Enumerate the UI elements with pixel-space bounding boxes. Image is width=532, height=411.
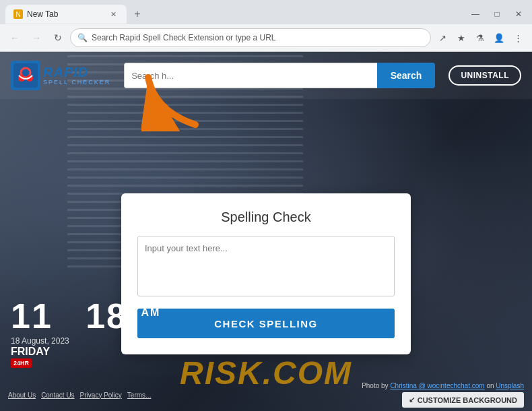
nav-bar: ← → ↻ 🔍 Search Rapid Spell Check Extensi…: [0, 24, 532, 51]
customize-label: CUSTOMIZE BACKGROUND: [418, 396, 517, 404]
bottom-links: About Us Contact Us Privacy Policy Terms…: [8, 391, 151, 399]
customize-icon: ↙: [409, 396, 415, 404]
logo-rapid-text: RAPID: [43, 65, 110, 80]
logo-area: RAPID SPELL CHECKER: [11, 61, 110, 90]
search-icon: 🔍: [77, 33, 88, 42]
logo-svg: [13, 63, 38, 88]
time-minutes: 18: [86, 296, 127, 336]
unsplash-link[interactable]: Unsplash: [496, 382, 524, 389]
extension-header: RAPID SPELL CHECKER Search UNINSTALL: [0, 52, 532, 99]
time-ampm: AM: [141, 307, 160, 318]
search-button[interactable]: Search: [377, 63, 436, 88]
logo-text: RAPID SPELL CHECKER: [43, 65, 110, 86]
tab-bar: N New Tab ✕ + — □ ✕: [0, 0, 532, 24]
search-input[interactable]: [131, 71, 370, 81]
time-display: 11 18 AM 18 August, 2023 FRIDAY: [11, 298, 160, 358]
text-area-wrapper: [137, 236, 395, 299]
time-hours: 11: [11, 296, 53, 336]
bookmark-icon[interactable]: ★: [453, 29, 470, 46]
active-tab[interactable]: N New Tab ✕: [5, 5, 127, 24]
address-text: Search Rapid Spell Check Extension or ty…: [92, 33, 424, 42]
logo-sub-text: SPELL CHECKER: [43, 80, 110, 86]
photo-credit-on: on: [486, 382, 496, 389]
spell-check-card: Spelling Check CHECK SPELLING: [121, 193, 411, 354]
page-bottom-bar: About Us Contact Us Privacy Policy Terms…: [0, 378, 532, 411]
tab-title: New Tab: [27, 9, 58, 19]
page-content: RAPID SPELL CHECKER Search UNINSTALL Spe…: [0, 52, 532, 411]
window-controls: — □ ✕: [467, 6, 527, 22]
extensions-icon[interactable]: ⚗: [471, 29, 489, 46]
about-us-link[interactable]: About Us: [8, 391, 36, 399]
new-tab-button[interactable]: +: [129, 6, 145, 22]
address-bar[interactable]: 🔍 Search Rapid Spell Check Extension or …: [70, 28, 431, 47]
spell-textarea[interactable]: [137, 236, 395, 296]
nav-right-icons: ↗ ★ ⚗ 👤 ⋮: [434, 29, 527, 46]
uninstall-button[interactable]: UNINSTALL: [448, 65, 521, 86]
privacy-policy-link[interactable]: Privacy Policy: [80, 391, 122, 399]
profile-icon[interactable]: 👤: [490, 29, 508, 46]
check-spelling-button[interactable]: CHECK SPELLING: [137, 309, 395, 338]
search-input-wrapper: [124, 63, 376, 88]
date-display: 18 August, 2023: [11, 336, 160, 346]
bottom-left: About Us Contact Us Privacy Policy Terms…: [8, 391, 151, 399]
minimize-button[interactable]: —: [467, 6, 484, 22]
customize-background-button[interactable]: ↙ CUSTOMIZE BACKGROUND: [402, 392, 524, 408]
back-button[interactable]: ←: [5, 28, 24, 47]
tab-favicon: N: [13, 9, 23, 19]
svg-rect-0: [13, 63, 38, 88]
contact-us-link[interactable]: Contact Us: [41, 391, 74, 399]
tab-close-button[interactable]: ✕: [108, 9, 119, 20]
menu-icon[interactable]: ⋮: [509, 29, 527, 46]
card-title: Spelling Check: [137, 210, 395, 225]
photo-credit-prefix: Photo by: [362, 382, 390, 389]
photo-credit: Photo by Christina @ wocintechchat.com o…: [362, 382, 524, 389]
reload-button[interactable]: ↻: [48, 28, 67, 47]
photo-credit-author-link[interactable]: Christina @ wocintechchat.com: [390, 382, 484, 389]
day-display: FRIDAY: [11, 346, 160, 358]
time-main: 11 18 AM: [11, 298, 160, 334]
terms-link[interactable]: Terms...: [127, 391, 152, 399]
bottom-right: Photo by Christina @ wocintechchat.com o…: [362, 382, 524, 408]
share-icon[interactable]: ↗: [434, 29, 451, 46]
browser-chrome: N New Tab ✕ + — □ ✕ ← → ↻ 🔍 Search Rapid…: [0, 0, 532, 52]
maximize-button[interactable]: □: [489, 6, 505, 22]
close-window-button[interactable]: ✕: [510, 6, 527, 22]
logo-icon: [11, 61, 40, 90]
timer-badge: 24HR: [11, 358, 32, 368]
forward-button[interactable]: →: [27, 28, 46, 47]
search-bar-container: Search: [124, 63, 435, 88]
